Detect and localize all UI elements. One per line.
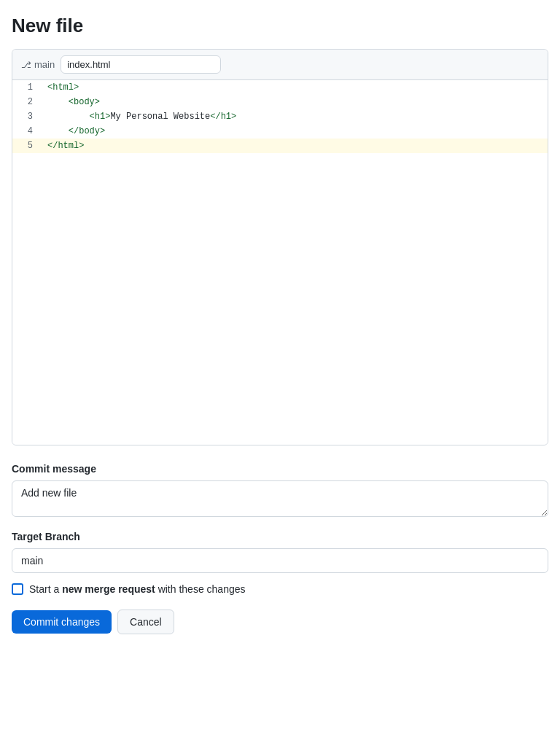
merge-request-row: Start a new merge request with these cha… [12,583,548,595]
code-editor[interactable]: 1 <html> 2 <body> 3 <h1>My Personal Webs… [12,80,548,445]
line-number-4: 4 [12,124,42,139]
code-line-5: 5 </html> [12,139,548,153]
line-content-3: <h1>My Personal Website</h1> [42,109,242,124]
code-line-2: 2 <body> [12,95,548,109]
line-number-3: 3 [12,109,42,124]
code-line-3: 3 <h1>My Personal Website</h1> [12,109,548,124]
merge-request-link-text: new merge request [62,583,155,595]
filename-input[interactable] [61,55,221,74]
branch-name: main [34,59,55,70]
code-line-4: 4 </body> [12,124,548,139]
page-title: New file [12,15,548,37]
action-buttons: Commit changes Cancel [12,610,548,634]
line-content-2: <body> [42,95,106,109]
line-content-5: </html> [42,139,90,153]
commit-section: Commit message Add new file Target Branc… [12,460,548,634]
line-content-1: <html> [42,80,85,95]
merge-request-checkbox[interactable] [12,583,23,595]
line-number-2: 2 [12,95,42,109]
line-content-4: </body> [42,124,111,139]
merge-request-label: Start a new merge request with these cha… [29,583,246,595]
target-branch-label: Target Branch [12,531,548,542]
target-branch-input[interactable] [12,548,548,573]
line-number-1: 1 [12,80,42,95]
line-number-5: 5 [12,139,42,153]
branch-badge: ⎇ main [21,59,55,70]
code-line-1: 1 <html> [12,80,548,95]
editor-header: ⎇ main [12,50,548,80]
commit-message-input[interactable]: Add new file [12,480,548,517]
editor-container: ⎇ main 1 <html> 2 <body> 3 <h1>My Person… [12,49,548,445]
branch-icon: ⎇ [21,60,31,70]
commit-message-label: Commit message [12,463,548,475]
commit-changes-button[interactable]: Commit changes [12,610,112,634]
target-branch-section: Target Branch [12,531,548,573]
cancel-button[interactable]: Cancel [117,610,174,634]
